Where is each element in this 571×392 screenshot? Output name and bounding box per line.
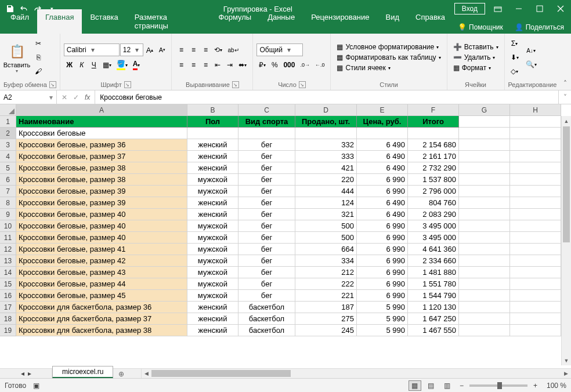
enter-formula-icon[interactable]: ✓ [73, 93, 79, 101]
decrease-decimal-button[interactable]: ←.0 [313, 59, 327, 71]
cell[interactable]: 1 467 550 [408, 325, 459, 336]
cell[interactable]: Кроссовки беговые, размер 38 [16, 162, 187, 174]
cell[interactable]: 2 796 000 [408, 186, 459, 197]
cell[interactable]: Итого [408, 116, 459, 128]
cell[interactable]: мужской [187, 232, 238, 244]
cell[interactable]: 124 [295, 197, 357, 209]
cell[interactable]: бег [238, 209, 295, 220]
cell[interactable] [510, 116, 561, 128]
cell[interactable]: женский [187, 197, 238, 209]
number-format-combo[interactable]: Общий▾ [256, 43, 303, 56]
cell[interactable]: 1 544 790 [408, 290, 459, 302]
chevron-down-icon[interactable]: ▾ [49, 93, 53, 101]
row-header[interactable]: 5 [0, 162, 16, 174]
cell[interactable]: 187 [295, 302, 357, 313]
decrease-font-button[interactable]: A▾ [156, 43, 168, 56]
row-header[interactable]: 3 [0, 139, 16, 151]
cell[interactable]: 6 490 [357, 162, 408, 174]
accounting-format-button[interactable]: ₽▾ [256, 59, 268, 71]
cell[interactable]: 220 [295, 174, 357, 186]
row-header[interactable]: 8 [0, 197, 16, 209]
align-bottom-button[interactable]: ≡ [200, 43, 211, 56]
orientation-button[interactable]: ⟲▾ [212, 43, 225, 56]
cell[interactable]: 2 154 680 [408, 139, 459, 151]
insert-function-icon[interactable]: fx [85, 93, 90, 101]
cell[interactable]: женский [187, 302, 238, 313]
cell[interactable]: 6 490 [357, 209, 408, 220]
cell[interactable]: 2 161 170 [408, 151, 459, 162]
cell[interactable]: Кроссовки беговые, размер 41 [16, 244, 187, 255]
cell[interactable]: Кроссовки беговые, размер 40 [16, 209, 187, 220]
cell[interactable]: 6 990 [357, 278, 408, 290]
tab-главная[interactable]: Главная [37, 9, 82, 34]
row-header[interactable]: 9 [0, 209, 16, 220]
cell[interactable]: бег [238, 244, 295, 255]
ribbon-display-icon[interactable] [490, 1, 506, 17]
cell[interactable]: женский [187, 209, 238, 220]
scroll-down-icon[interactable]: ▼ [562, 355, 571, 365]
row-header[interactable]: 14 [0, 267, 16, 278]
row-header[interactable]: 7 [0, 186, 16, 197]
fill-color-button[interactable]: 🪣▾ [114, 59, 130, 71]
scroll-up-icon[interactable]: ▲ [562, 116, 571, 126]
col-header-G[interactable]: G [459, 104, 510, 116]
row-header[interactable]: 12 [0, 244, 16, 255]
cell[interactable]: 4 641 360 [408, 244, 459, 255]
format-as-table-button[interactable]: ▦Форматировать как таблицу▾ [334, 53, 443, 62]
close-icon[interactable] [552, 1, 569, 17]
grid-body[interactable]: 1НаименованиеПолВид спортаПродано, шт.Це… [0, 116, 571, 365]
cell[interactable]: 5 990 [357, 302, 408, 313]
cell[interactable]: 500 [295, 220, 357, 232]
formula-input[interactable]: Кроссовки беговые [95, 90, 558, 104]
cell[interactable]: бег [238, 139, 295, 151]
clear-button[interactable]: ◇▾ [508, 65, 521, 78]
normal-view-button[interactable]: ▦ [409, 380, 421, 391]
tab-вид[interactable]: Вид [378, 9, 408, 34]
zoom-out-button[interactable]: − [457, 382, 466, 390]
cell[interactable]: мужской [187, 186, 238, 197]
format-painter-button[interactable]: 🖌 [32, 65, 44, 78]
cell[interactable]: 5 990 [357, 325, 408, 336]
cell[interactable]: Цена, руб. [357, 116, 408, 128]
cell[interactable]: 6 990 [357, 244, 408, 255]
cell[interactable]: женский [187, 313, 238, 325]
cell[interactable]: мужской [187, 244, 238, 255]
font-size-combo[interactable]: 12▾ [120, 43, 143, 56]
zoom-in-button[interactable]: + [531, 382, 540, 390]
cell[interactable]: 332 [295, 139, 357, 151]
cell[interactable]: 421 [295, 162, 357, 174]
col-header-E[interactable]: E [357, 104, 408, 116]
cell[interactable] [459, 116, 510, 128]
find-select-button[interactable]: 🔍▾ [523, 58, 539, 71]
col-header-F[interactable]: F [408, 104, 459, 116]
tab-файл[interactable]: Файл [2, 9, 37, 34]
insert-cells-button[interactable]: ➕Вставить▾ [451, 42, 501, 52]
cell[interactable]: 334 [295, 255, 357, 267]
row-header[interactable]: 1 [0, 116, 16, 128]
row-header[interactable]: 6 [0, 174, 16, 186]
italic-button[interactable]: К [76, 59, 88, 71]
cell[interactable]: 6 990 [357, 174, 408, 186]
cell[interactable] [238, 128, 295, 139]
tab-вставка[interactable]: Вставка [82, 9, 126, 34]
row-header[interactable]: 19 [0, 325, 16, 336]
cell[interactable]: 500 [295, 232, 357, 244]
tab-справка[interactable]: Справка [407, 9, 453, 34]
font-launcher[interactable]: ↘ [124, 81, 131, 88]
scroll-left-icon[interactable]: ◀ [142, 369, 151, 378]
percent-button[interactable]: % [269, 59, 280, 71]
minimize-icon[interactable] [511, 1, 527, 17]
add-sheet-button[interactable]: ⊕ [113, 370, 129, 378]
cell[interactable]: Кроссовки беговые, размер 36 [16, 139, 187, 151]
align-left-button[interactable]: ≡ [175, 59, 187, 71]
cell[interactable]: 6 990 [357, 267, 408, 278]
select-all-corner[interactable] [0, 104, 16, 116]
increase-font-button[interactable]: A▴ [144, 43, 156, 56]
cell[interactable]: Кроссовки беговые, размер 40 [16, 232, 187, 244]
cell[interactable]: мужской [187, 278, 238, 290]
cell[interactable] [187, 128, 238, 139]
row-header[interactable]: 18 [0, 313, 16, 325]
cell[interactable]: баскетбол [238, 313, 295, 325]
cell[interactable]: 1 551 780 [408, 278, 459, 290]
col-header-H[interactable]: H [510, 104, 561, 116]
